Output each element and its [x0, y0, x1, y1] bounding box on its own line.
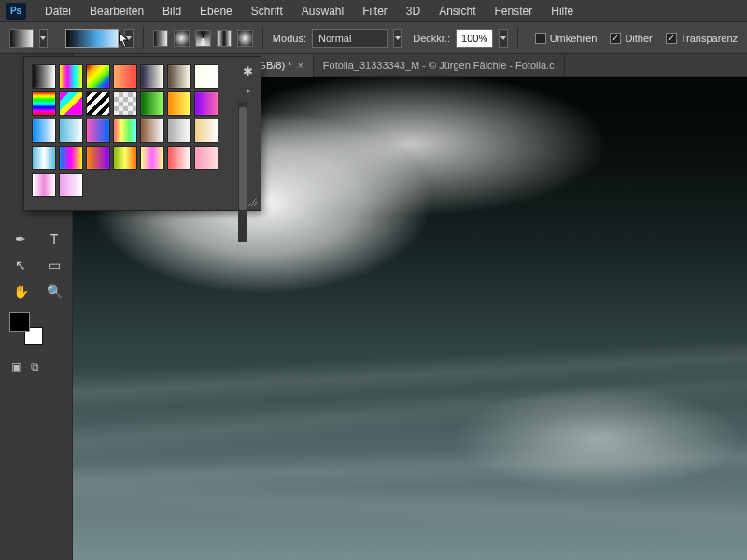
opacity-input[interactable]: 100%: [456, 29, 493, 48]
menu-edit[interactable]: Bearbeiten: [82, 3, 151, 20]
gradient-preset[interactable]: [194, 64, 218, 89]
gradient-preset[interactable]: [167, 64, 191, 89]
menu-help[interactable]: Hilfe: [543, 3, 581, 20]
tool-grid: ✒ T ↖ ▭ ✋ 🔍: [6, 228, 66, 302]
document-tab[interactable]: Fotolia_31333343_M - © Jürgen Fälchle - …: [314, 54, 565, 77]
flyout-menu-arrow-icon[interactable]: ▸: [247, 85, 251, 95]
menu-window[interactable]: Fenster: [487, 3, 541, 20]
menu-filter[interactable]: Filter: [355, 3, 395, 20]
scrollbar[interactable]: [238, 102, 247, 242]
gradient-preset[interactable]: [86, 64, 110, 89]
opacity-value: 100%: [461, 33, 487, 44]
gradient-preset[interactable]: [86, 146, 110, 170]
gradient-preset[interactable]: [140, 119, 164, 143]
gradient-preset[interactable]: [32, 146, 56, 170]
menu-type[interactable]: Schrift: [244, 3, 290, 20]
gradient-preset[interactable]: [140, 64, 164, 89]
gradient-preset[interactable]: [113, 146, 137, 170]
gradient-preset[interactable]: [32, 91, 56, 116]
gradient-preset[interactable]: [32, 119, 56, 143]
type-tool[interactable]: T: [39, 228, 69, 250]
mode-value: Normal: [318, 33, 351, 44]
menu-3d[interactable]: 3D: [399, 3, 428, 20]
scrollbar-thumb[interactable]: [239, 107, 247, 210]
gradient-preview[interactable]: [65, 29, 119, 48]
menu-image[interactable]: Bild: [155, 3, 189, 20]
pen-tool[interactable]: ✒: [6, 228, 35, 250]
gradient-type-linear[interactable]: [153, 30, 169, 47]
menu-bar: Ps Datei Bearbeiten Bild Ebene Schrift A…: [0, 0, 747, 22]
gradient-preset[interactable]: [86, 119, 110, 143]
divider: [143, 27, 144, 49]
gradient-type-angle[interactable]: [195, 30, 211, 47]
gradient-preset[interactable]: [167, 119, 191, 143]
gear-icon[interactable]: ✱: [243, 64, 253, 78]
hand-tool[interactable]: ✋: [6, 280, 35, 302]
menu-file[interactable]: Datei: [37, 3, 78, 20]
gradient-preset[interactable]: [113, 119, 137, 143]
checkbox-icon: [535, 33, 546, 44]
options-bar: Modus: Normal Deckkr.: 100% Umkehren Dit…: [0, 22, 747, 54]
mode-select[interactable]: Normal: [312, 29, 388, 48]
gradient-picker-dropdown[interactable]: [124, 29, 133, 48]
gradient-preset[interactable]: [113, 64, 137, 89]
tool-preset-dropdown[interactable]: [39, 29, 48, 48]
mode-label: Modus:: [273, 33, 306, 44]
gradient-preset[interactable]: [59, 173, 83, 197]
gradient-preset[interactable]: [32, 64, 56, 89]
app-logo: Ps: [6, 3, 26, 20]
menu-view[interactable]: Ansicht: [431, 3, 483, 20]
gradient-preset[interactable]: [59, 119, 83, 143]
resize-handle-icon[interactable]: [247, 197, 257, 206]
gradient-type-reflected[interactable]: [217, 30, 233, 47]
opacity-label: Deckkr.:: [413, 33, 450, 44]
foreground-color-swatch[interactable]: [9, 312, 30, 332]
gradient-preset[interactable]: [167, 146, 191, 170]
gradient-picker-flyout: ✱ ▸: [23, 56, 261, 211]
tool-preset-swatch[interactable]: [9, 29, 34, 48]
reverse-label: Umkehren: [550, 33, 598, 44]
quickmask-icon[interactable]: ▣: [11, 360, 21, 373]
reverse-checkbox[interactable]: Umkehren: [535, 33, 598, 44]
dither-label: Dither: [625, 33, 652, 44]
menu-select[interactable]: Auswahl: [294, 3, 351, 20]
screenmode-icon[interactable]: ⧉: [31, 360, 39, 373]
gradient-type-radial[interactable]: [174, 30, 190, 47]
path-select-tool[interactable]: ↖: [6, 254, 35, 276]
gradient-preset[interactable]: [194, 91, 218, 116]
gradient-preset[interactable]: [194, 146, 218, 170]
divider: [517, 27, 518, 49]
checkbox-icon: [666, 33, 677, 44]
gradient-preset[interactable]: [59, 64, 83, 89]
gradient-preset[interactable]: [113, 91, 137, 116]
transparency-checkbox[interactable]: Transparenz: [666, 33, 738, 44]
menu-layer[interactable]: Ebene: [192, 3, 240, 20]
gradient-type-diamond[interactable]: [237, 30, 253, 47]
rectangle-tool[interactable]: ▭: [39, 254, 69, 276]
close-icon[interactable]: ×: [297, 60, 303, 71]
gradient-preset-grid: [32, 64, 233, 197]
tab-label: Fotolia_31333343_M - © Jürgen Fälchle - …: [323, 60, 555, 71]
dither-checkbox[interactable]: Dither: [610, 33, 652, 44]
transparency-label: Transparenz: [681, 33, 738, 44]
divider: [262, 27, 263, 49]
opacity-dropdown-arrow[interactable]: [499, 29, 507, 48]
zoom-tool[interactable]: 🔍: [39, 280, 69, 302]
gradient-preset[interactable]: [32, 173, 56, 197]
photoshop-window: Ps Datei Bearbeiten Bild Ebene Schrift A…: [0, 0, 747, 560]
gradient-preset[interactable]: [140, 91, 164, 116]
gradient-preset[interactable]: [59, 91, 83, 116]
gradient-preset[interactable]: [59, 146, 83, 170]
checkbox-icon: [610, 33, 621, 44]
gradient-preset[interactable]: [167, 91, 191, 116]
gradient-preset[interactable]: [194, 119, 218, 143]
foreground-background-swatch[interactable]: [9, 312, 43, 345]
gradient-preset[interactable]: [86, 91, 110, 116]
mode-dropdown-arrow[interactable]: [393, 29, 402, 48]
gradient-preset[interactable]: [140, 146, 164, 170]
